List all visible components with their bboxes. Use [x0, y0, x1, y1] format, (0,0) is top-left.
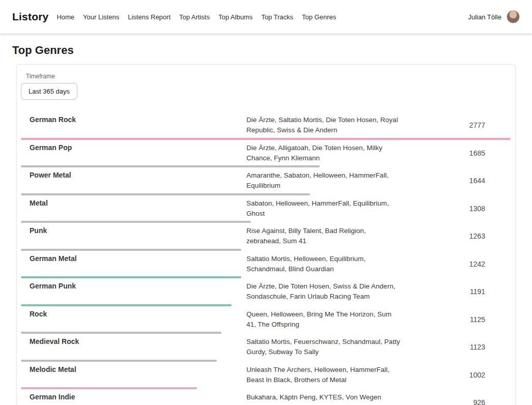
nav-item-top-genres[interactable]: Top Genres: [302, 13, 336, 21]
genre-listen-count: 1308: [469, 205, 485, 213]
top-genres-card: Timeframe Last 365 days German Rock Die …: [16, 64, 516, 405]
genre-name: Punk: [30, 226, 246, 235]
main-content: Top Genres Timeframe Last 365 days Germa…: [0, 44, 532, 405]
genre-listen-count: 1125: [470, 315, 485, 324]
nav-item-listens-report[interactable]: Listens Report: [128, 13, 171, 21]
genre-row-columns: Metal Sabaton, Helloween, HammerFall, Eq…: [21, 195, 511, 221]
page-title: Top Genres: [0, 44, 532, 57]
genre-listen-count: 1644: [469, 177, 485, 185]
genre-top-artists: Amaranthe, Sabaton, Helloween, HammerFal…: [246, 170, 402, 191]
genre-listen-count: 1002: [469, 371, 485, 379]
genre-row: Power Metal Amaranthe, Sabaton, Hellowee…: [21, 167, 511, 195]
genre-top-artists: Saltatio Mortis, Feuerschwanz, Schandmau…: [246, 337, 402, 358]
genre-listen-count: 1123: [470, 343, 485, 351]
nav-item-top-artists[interactable]: Top Artists: [179, 13, 210, 21]
user-name[interactable]: Julian Tölle: [468, 13, 501, 21]
genre-name: Metal: [30, 198, 246, 207]
genre-listen-count: 1263: [469, 232, 485, 240]
genre-listen-count: 2777: [469, 121, 485, 129]
user-avatar[interactable]: [507, 10, 520, 23]
genre-top-artists: Unleash The Archers, Helloween, HammerFa…: [246, 365, 402, 386]
genre-row: German Punk Die Ärzte, Die Toten Hosen, …: [21, 278, 511, 306]
genre-row-columns: Medieval Rock Saltatio Mortis, Feuerschw…: [21, 334, 511, 360]
genre-row: Punk Rise Against, Billy Talent, Bad Rel…: [21, 223, 511, 251]
genre-listen-count: 1242: [469, 260, 485, 268]
genre-row: German Indie Bukahara, Käptn Peng, KYTES…: [21, 389, 511, 405]
genre-listen-count: 1685: [469, 149, 485, 157]
genre-row: German Metal Saltatio Mortis, Helloween,…: [21, 251, 511, 279]
genre-top-artists: Bukahara, Käptn Peng, KYTES, Von Wegen L…: [246, 392, 402, 405]
nav-item-top-tracks[interactable]: Top Tracks: [261, 13, 293, 21]
genre-top-artists: Queen, Helloween, Bring Me The Horizon, …: [246, 309, 402, 330]
genre-top-artists: Die Ärzte, Saltatio Mortis, Die Toten Ho…: [246, 115, 402, 136]
timeframe-select[interactable]: Last 365 days: [21, 83, 77, 100]
genre-name: German Punk: [30, 281, 246, 290]
timeframe-control: Timeframe Last 365 days: [21, 72, 511, 105]
genre-row-columns: German Pop Die Ärzte, Alligatoah, Die To…: [21, 140, 511, 166]
genre-row-columns: German Punk Die Ärzte, Die Toten Hosen, …: [21, 278, 511, 304]
genre-list: German Rock Die Ärzte, Saltatio Mortis, …: [21, 105, 511, 405]
main-nav: Home Your Listens Listens Report Top Art…: [57, 13, 336, 21]
genre-name: Medieval Rock: [30, 337, 246, 345]
genre-row-columns: German Rock Die Ärzte, Saltatio Mortis, …: [21, 112, 511, 138]
genre-name: German Rock: [30, 115, 246, 124]
genre-row-columns: German Metal Saltatio Mortis, Helloween,…: [21, 251, 511, 277]
user-menu: Julian Tölle: [468, 10, 520, 23]
genre-row-columns: Melodic Metal Unleash The Archers, Hello…: [21, 362, 511, 388]
nav-item-top-albums[interactable]: Top Albums: [218, 13, 253, 21]
genre-name: German Pop: [30, 143, 246, 152]
genre-row: Metal Sabaton, Helloween, HammerFall, Eq…: [21, 195, 511, 223]
genre-row-columns: Power Metal Amaranthe, Sabaton, Hellowee…: [21, 167, 511, 193]
nav-item-home[interactable]: Home: [57, 13, 74, 21]
genre-name: German Indie: [30, 392, 246, 401]
genre-name: Rock: [30, 309, 246, 318]
genre-listen-count: 926: [473, 398, 485, 405]
genre-row-columns: German Indie Bukahara, Käptn Peng, KYTES…: [21, 389, 511, 405]
genre-top-artists: Saltatio Mortis, Helloween, Equilibrium,…: [246, 254, 402, 275]
nav-item-your-listens[interactable]: Your Listens: [83, 13, 119, 21]
app-logo[interactable]: Listory: [12, 11, 48, 23]
genre-top-artists: Rise Against, Billy Talent, Bad Religion…: [246, 226, 402, 247]
genre-name: Power Metal: [30, 170, 246, 179]
genre-row: Medieval Rock Saltatio Mortis, Feuerschw…: [21, 334, 511, 362]
genre-row: Rock Queen, Helloween, Bring Me The Hori…: [21, 306, 511, 334]
genre-listen-count: 1191: [470, 287, 485, 296]
genre-row: German Pop Die Ärzte, Alligatoah, Die To…: [21, 140, 511, 168]
genre-name: Melodic Metal: [30, 365, 246, 373]
genre-top-artists: Sabaton, Helloween, HammerFall, Equilibr…: [246, 198, 402, 219]
genre-top-artists: Die Ärzte, Die Toten Hosen, Swiss & Die …: [246, 281, 402, 302]
genre-row: Melodic Metal Unleash The Archers, Hello…: [21, 362, 511, 390]
genre-row-columns: Rock Queen, Helloween, Bring Me The Hori…: [21, 306, 511, 332]
genre-row: German Rock Die Ärzte, Saltatio Mortis, …: [21, 112, 511, 140]
timeframe-label: Timeframe: [26, 73, 511, 80]
genre-top-artists: Die Ärzte, Alligatoah, Die Toten Hosen, …: [246, 143, 402, 164]
genre-row-columns: Punk Rise Against, Billy Talent, Bad Rel…: [21, 223, 511, 249]
top-navbar: Listory Home Your Listens Listens Report…: [0, 0, 532, 34]
genre-name: German Metal: [30, 254, 246, 263]
